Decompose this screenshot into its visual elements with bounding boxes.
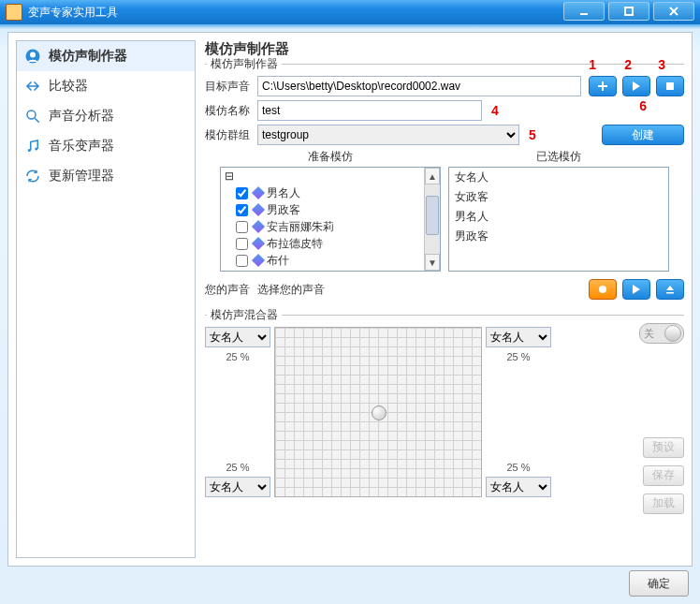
diamond-icon (252, 271, 265, 272)
svg-point-9 (35, 148, 37, 151)
prepare-checkbox[interactable] (236, 272, 248, 273)
ok-button-label: 确定 (648, 576, 670, 592)
sidebar-item-voice-maker[interactable]: 模仿声制作器 (17, 41, 195, 71)
sidebar-item-label: 声音分析器 (49, 108, 114, 125)
mixer-pct-tr: 25 % (486, 351, 551, 362)
target-voice-label: 目标声音 (205, 79, 257, 95)
prepare-checkbox[interactable] (236, 238, 248, 250)
prepare-checkbox[interactable] (236, 204, 248, 216)
your-voice-label: 您的声音 (205, 282, 257, 298)
play-target-button[interactable] (622, 76, 650, 96)
selected-listbox[interactable]: 女名人 女政客 男名人 男政客 (448, 167, 669, 272)
save-button[interactable]: 保存 (643, 465, 684, 486)
svg-rect-1 (625, 7, 633, 15)
annotation-4: 4 (491, 103, 499, 118)
scroll-thumb[interactable] (426, 196, 439, 235)
scrollbar[interactable]: ▲ ▼ (424, 168, 440, 271)
sidebar-item-analyzer[interactable]: 声音分析器 (17, 101, 195, 131)
voice-maker-icon (24, 48, 41, 65)
create-button-label: 创建 (632, 127, 654, 143)
annotation-2: 2 (624, 57, 632, 72)
prepare-item-label: 男政客 (267, 202, 300, 218)
close-button[interactable] (653, 2, 694, 21)
svg-rect-12 (666, 292, 674, 294)
svg-line-7 (35, 118, 39, 123)
load-button[interactable]: 加载 (643, 494, 684, 514)
svg-point-6 (27, 110, 36, 119)
list-item[interactable]: 男名人 (449, 207, 668, 227)
tree-root[interactable]: ⊟ (221, 168, 425, 184)
list-item[interactable]: 布拉德皮特 (221, 235, 425, 252)
diamond-icon (252, 237, 265, 250)
imitate-name-input[interactable] (257, 100, 482, 121)
svg-point-11 (599, 286, 606, 293)
main-area: 模仿声制作器 模仿声制作器 1 2 3 目标声音 模仿名称 (205, 40, 684, 558)
list-item[interactable]: 女政客 (449, 187, 668, 207)
play-your-voice-button[interactable] (622, 279, 650, 300)
svg-point-5 (30, 52, 36, 58)
list-item[interactable]: 男名人 (221, 184, 425, 201)
diamond-icon (252, 254, 265, 267)
stop-target-button[interactable] (656, 76, 684, 96)
create-button[interactable]: 创建 (602, 125, 684, 145)
record-button[interactable] (589, 279, 617, 300)
diamond-icon (252, 220, 265, 233)
minimize-button[interactable] (563, 2, 605, 21)
mixer-toggle[interactable]: 关 (639, 323, 684, 344)
group-legend: 模仿声制作器 (207, 56, 282, 72)
prepare-checkbox[interactable] (236, 255, 248, 267)
annotation-6: 6 (639, 98, 647, 113)
eject-button[interactable] (656, 279, 684, 300)
prepare-item-label: 安吉丽娜朱莉 (267, 219, 334, 235)
target-voice-input[interactable] (257, 76, 581, 96)
annotation-1: 1 (589, 57, 596, 72)
imitate-group-label: 模仿群组 (205, 127, 257, 143)
mixer-bottom-right-select[interactable]: 女名人 (486, 477, 551, 497)
sidebar-item-label: 比较器 (49, 78, 88, 95)
list-item[interactable]: 安吉丽娜朱莉 (221, 218, 425, 235)
toggle-label: 关 (644, 327, 654, 341)
mixer-top-left-select[interactable]: 女名人 (205, 327, 270, 347)
list-item[interactable]: 赖斯 (221, 269, 425, 272)
mixer-top-right-select[interactable]: 女名人 (486, 327, 551, 347)
prepare-item-label: 男名人 (267, 185, 300, 201)
sidebar-item-comparator[interactable]: 比较器 (17, 71, 195, 101)
sidebar-item-updater[interactable]: 更新管理器 (17, 161, 195, 191)
prepare-item-label: 赖斯 (267, 270, 289, 273)
list-item[interactable]: 男政客 (449, 227, 668, 246)
sidebar-item-music-changer[interactable]: 音乐变声器 (17, 131, 195, 161)
updater-icon (24, 168, 41, 184)
prepare-checkbox[interactable] (236, 221, 248, 233)
annotation-3: 3 (658, 57, 665, 72)
prepare-item-label: 布拉德皮特 (267, 236, 323, 252)
app-icon (6, 4, 22, 21)
mixer-pct-bl: 25 % (205, 462, 270, 473)
music-icon (24, 138, 41, 155)
preset-button[interactable]: 预设 (643, 437, 684, 458)
scroll-down-button[interactable]: ▼ (425, 254, 440, 271)
selected-title: 已选模仿 (448, 149, 669, 165)
diamond-icon (252, 186, 265, 199)
mixer-handle[interactable] (372, 405, 386, 420)
add-target-button[interactable] (589, 76, 617, 96)
mixer-pct-tl: 25 % (205, 351, 270, 362)
imitate-group-combo[interactable]: testgroup (257, 125, 519, 145)
comparator-icon (24, 78, 41, 95)
sidebar-item-label: 模仿声制作器 (49, 48, 127, 65)
svg-rect-10 (666, 82, 674, 90)
toggle-knob (664, 325, 681, 342)
list-item[interactable]: 布什 (221, 252, 425, 269)
maximize-button[interactable] (608, 2, 649, 21)
mixer-bottom-left-select[interactable]: 女名人 (205, 477, 270, 497)
ok-button[interactable]: 确定 (629, 570, 689, 597)
mixer-pct-br: 25 % (486, 462, 551, 473)
list-item[interactable]: 男政客 (221, 201, 425, 218)
prepare-item-label: 布什 (267, 253, 289, 269)
scroll-up-button[interactable]: ▲ (425, 168, 440, 184)
prepare-checkbox[interactable] (236, 187, 248, 199)
prepare-listbox[interactable]: ⊟ 男名人 男政客 安吉丽娜朱莉 布拉德皮特 布什 赖斯 ▲ (220, 167, 441, 272)
imitate-name-label: 模仿名称 (205, 103, 257, 119)
list-item[interactable]: 女名人 (449, 168, 668, 187)
sidebar: 模仿声制作器 比较器 声音分析器 音乐变声器 (16, 40, 196, 558)
mixer-grid[interactable] (274, 327, 482, 497)
